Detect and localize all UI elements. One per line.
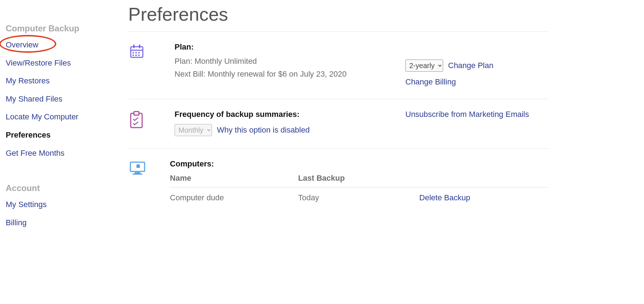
computers-heading: Computers: xyxy=(170,159,548,169)
computer-last-backup: Today xyxy=(298,193,419,202)
clipboard-icon xyxy=(128,110,175,129)
table-row: Computer dude Today Delete Backup xyxy=(170,187,548,202)
plan-cycle-select[interactable]: 2-yearly xyxy=(405,60,443,72)
sidebar-item-my-shared-files[interactable]: My Shared Files xyxy=(6,94,128,104)
sidebar: Computer Backup Overview View/Restore Fi… xyxy=(0,0,128,236)
calendar-icon xyxy=(128,42,175,60)
svg-rect-9 xyxy=(138,55,140,56)
svg-rect-5 xyxy=(135,52,137,53)
svg-rect-7 xyxy=(133,55,134,56)
computer-icon xyxy=(128,159,170,176)
section-frequency: Frequency of backup summaries: Monthly W… xyxy=(128,99,548,149)
sidebar-section-title-account: Account xyxy=(6,183,128,193)
plan-heading: Plan: xyxy=(175,42,405,52)
section-computers: Computers: Name Last Backup Computer dud… xyxy=(128,149,548,215)
computers-col-name: Name xyxy=(170,174,298,183)
svg-rect-2 xyxy=(133,45,135,48)
computer-name: Computer dude xyxy=(170,193,298,202)
sidebar-list-backup: Overview View/Restore Files My Restores … xyxy=(6,40,128,158)
sidebar-item-view-restore[interactable]: View/Restore Files xyxy=(6,58,128,68)
sidebar-item-get-free-months[interactable]: Get Free Months xyxy=(6,148,128,159)
plan-next-bill-text: Next Bill: Monthly renewal for $6 on Jul… xyxy=(175,69,405,79)
sidebar-item-overview[interactable]: Overview xyxy=(6,40,128,50)
svg-rect-11 xyxy=(134,112,139,115)
svg-rect-4 xyxy=(133,52,134,53)
computers-table: Name Last Backup Computer dude Today Del… xyxy=(170,174,548,202)
svg-rect-6 xyxy=(138,52,140,53)
sidebar-list-account: My Settings Billing xyxy=(6,200,128,228)
change-billing-link[interactable]: Change Billing xyxy=(405,77,548,87)
main-content: Preferences Plan: P xyxy=(128,0,644,215)
svg-rect-13 xyxy=(135,172,140,174)
change-plan-link[interactable]: Change Plan xyxy=(448,61,493,70)
page-title: Preferences xyxy=(128,4,548,25)
section-plan: Plan: Plan: Monthly Unlimited Next Bill:… xyxy=(128,32,548,99)
sidebar-section-title-backup: Computer Backup xyxy=(6,24,128,34)
frequency-heading: Frequency of backup summaries: xyxy=(175,110,405,119)
computers-col-action xyxy=(419,174,548,183)
svg-rect-8 xyxy=(135,55,137,56)
sidebar-item-locate-my-computer[interactable]: Locate My Computer xyxy=(6,112,128,122)
sidebar-item-preferences: Preferences xyxy=(6,130,128,140)
sidebar-item-my-restores[interactable]: My Restores xyxy=(6,76,128,86)
unsubscribe-marketing-link[interactable]: Unsubscribe from Marketing Emails xyxy=(405,110,548,119)
delete-backup-link[interactable]: Delete Backup xyxy=(419,193,470,202)
computers-col-last: Last Backup xyxy=(298,174,419,183)
plan-name-text: Plan: Monthly Unlimited xyxy=(175,57,405,66)
frequency-select: Monthly xyxy=(175,124,212,136)
svg-rect-14 xyxy=(133,174,142,175)
why-disabled-link[interactable]: Why this option is disabled xyxy=(217,125,310,135)
sidebar-item-my-settings[interactable]: My Settings xyxy=(6,200,128,210)
svg-rect-3 xyxy=(139,45,140,48)
sidebar-item-billing[interactable]: Billing xyxy=(6,218,128,228)
